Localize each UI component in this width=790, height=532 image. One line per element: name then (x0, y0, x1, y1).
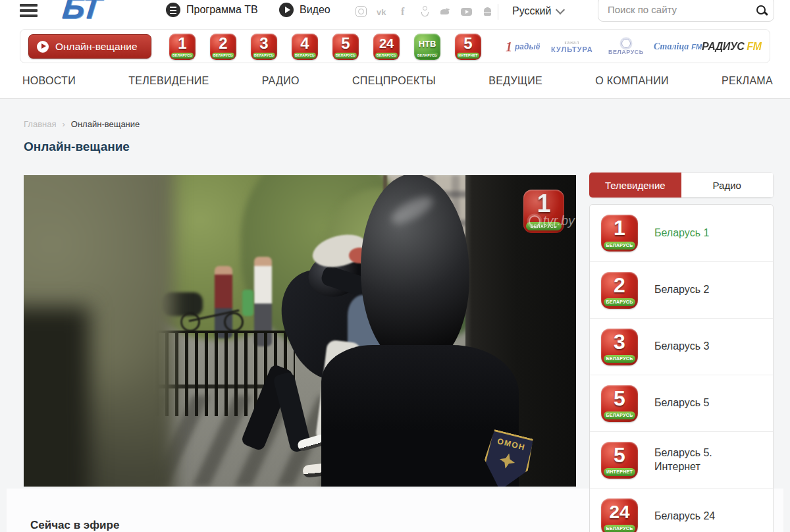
site-search (598, 0, 774, 22)
nav-item-radio[interactable]: РАДИО (262, 75, 300, 87)
hamburger-menu-icon[interactable] (20, 4, 38, 20)
online-broadcast-button[interactable]: Онлайн-вещание (28, 34, 151, 59)
channel-item-belarus5[interactable]: 5 БЕЛАРУСЬ Беларусь 5 (590, 375, 773, 431)
channel-logo-belarus5-internet[interactable]: 5 ИНТЕРНЕТ (455, 34, 481, 60)
channel-logo-belarus4[interactable]: 4 БЕЛАРУСЬ (292, 34, 318, 60)
main-nav: НОВОСТИ ТЕЛЕВИДЕНИЕ РАДИО СПЕЦПРОЕКТЫ ВЕ… (0, 63, 790, 99)
channel-item-belarus1[interactable]: 1 БЕЛАРУСЬ Беларусь 1 (590, 205, 773, 261)
nav-item-hosts[interactable]: ВЕДУЩИЕ (488, 75, 542, 87)
logo-banner: БЕЛАРУСЬ (294, 53, 316, 59)
logo-banner: БЕЛАРУСЬ (334, 53, 357, 59)
radio-logo-text: БЕЛАРУСЬ (608, 49, 644, 55)
watermark-rings-icon (529, 215, 540, 227)
channel-logo-ntv[interactable]: НТВ БЕЛАРУСЬ (414, 34, 440, 60)
twitter-icon[interactable] (440, 6, 451, 17)
omon-patch-label: ОМОН (496, 437, 526, 452)
logo-number: 2 (601, 273, 638, 298)
video-label: Видео (300, 4, 330, 16)
radio-logo-text: КУЛЬТУРА (551, 45, 593, 53)
logo-banner: БЕЛАРУСЬ (604, 298, 635, 306)
radio-logo-stalica-fm[interactable]: Сталіца FM (654, 36, 702, 58)
now-on-air-heading: Сейчас в эфире (30, 519, 119, 532)
page-content: Главная › Онлайн-вещание Онлайн-вещание (0, 99, 790, 532)
logo-banner: ИНТЕРНЕТ (604, 468, 635, 476)
video-frame: ОМОН 1 БЕЛАРУСЬ tvr.by (24, 175, 576, 487)
channel-label: Беларусь 5. Интернет (654, 446, 756, 474)
program-tv-label: Программа ТВ (186, 4, 258, 16)
program-tv-link[interactable]: Программа ТВ (166, 3, 258, 17)
logo-number: 3 (251, 34, 277, 53)
logo-number: 2 (210, 34, 236, 53)
breadcrumb-current: Онлайн-вещание (71, 119, 140, 129)
logo-number: 5 (601, 443, 638, 467)
site-logo[interactable]: БТ (61, 0, 101, 26)
search-input[interactable] (606, 3, 756, 16)
video-player[interactable]: ОМОН 1 БЕЛАРУСЬ tvr.by (24, 175, 576, 487)
radio-logo-text: 1 (506, 40, 512, 55)
blurred-foreground-dark (24, 307, 90, 487)
android-icon[interactable] (482, 6, 493, 17)
logo-banner: БЕЛАРУСЬ (604, 355, 635, 363)
channel-label: Беларусь 24 (654, 510, 756, 523)
channel-item-belarus24[interactable]: 24 БЕЛАРУСЬ Беларусь 24 (590, 488, 773, 532)
odnoklassniki-icon[interactable] (419, 6, 430, 17)
channel-logo-belarus3[interactable]: 3 БЕЛАРУСЬ (251, 34, 277, 60)
logo-banner: ИНТЕРНЕТ (457, 53, 479, 59)
radio-logo-text: FM (747, 41, 761, 53)
channel-item-belarus3[interactable]: 3 БЕЛАРУСЬ Беларусь 3 (590, 318, 773, 375)
channel-logo: 24 БЕЛАРУСЬ (601, 498, 638, 532)
nav-item-television[interactable]: ТЕЛЕВИДЕНИЕ (128, 75, 209, 87)
video-link[interactable]: Видео (279, 3, 330, 17)
breadcrumb: Главная › Онлайн-вещание (24, 119, 140, 129)
nav-item-special-projects[interactable]: СПЕЦПРОЕКТЫ (352, 75, 436, 87)
vk-icon[interactable] (377, 6, 388, 17)
logo-banner: БЕЛАРУСЬ (375, 53, 398, 59)
breadcrumb-separator: › (62, 119, 65, 129)
language-selector[interactable]: Русский (512, 5, 564, 17)
channel-item-belarus2[interactable]: 2 БЕЛАРУСЬ Беларусь 2 (590, 261, 773, 318)
channel-label: Беларусь 5 (654, 396, 756, 410)
language-label: Русский (512, 5, 551, 17)
nav-item-advertising[interactable]: РЕКЛАМА (722, 75, 773, 87)
radio-logo-kultura[interactable]: канал КУЛЬТУРА (551, 36, 593, 58)
logo-number: НТВ (414, 39, 440, 49)
tv-schedule-icon (166, 3, 180, 17)
page-title: Онлайн-вещание (24, 140, 130, 154)
channel-logo: 1 БЕЛАРУСЬ (601, 215, 638, 252)
channel-logo-belarus1[interactable]: 1 БЕЛАРУСЬ (169, 34, 196, 60)
header-divider (498, 4, 498, 20)
logo-banner: БЕЛАРУСЬ (253, 53, 275, 59)
nav-item-news[interactable]: НОВОСТИ (22, 75, 76, 87)
youtube-icon[interactable] (461, 6, 472, 17)
channel-logo-belarus5[interactable]: 5 БЕЛАРУСЬ (332, 34, 359, 60)
logo-number: 5 (455, 34, 481, 53)
chevron-down-icon (556, 5, 565, 14)
channel-logo-belarus2[interactable]: 2 БЕЛАРУСЬ (210, 34, 236, 60)
omon-emblem-icon (498, 452, 517, 471)
logo-banner: БЕЛАРУСЬ (416, 53, 438, 59)
watermark-site-text: tvr.by (543, 213, 575, 228)
nav-item-about[interactable]: О КОМПАНИИ (595, 75, 669, 87)
logo-banner: БЕЛАРУСЬ (604, 242, 635, 250)
radio-logo-radio-belarus[interactable]: БЕЛАРУСЬ (608, 36, 644, 58)
logo-number: 24 (373, 36, 400, 51)
instagram-icon[interactable] (356, 6, 367, 17)
play-circle-icon (279, 3, 294, 17)
tab-television[interactable]: Телевидение (589, 173, 681, 198)
site-watermark: tvr.by (529, 213, 575, 228)
logo-number: 3 (601, 330, 638, 354)
channel-logo-belarus24[interactable]: 24 БЕЛАРУСЬ (373, 34, 400, 60)
tab-radio[interactable]: Радио (681, 173, 774, 198)
channels-strip: Онлайн-вещание 1 БЕЛАРУСЬ 2 БЕЛАРУСЬ 3 Б… (20, 29, 770, 63)
sidebar-tabs: Телевидение Радио (589, 173, 774, 198)
social-links (356, 6, 493, 17)
facebook-icon[interactable] (398, 6, 409, 17)
radio-logo-first-channel[interactable]: 1 радыё (506, 36, 540, 58)
search-icon[interactable] (756, 5, 766, 14)
radio-logo-radius-fm[interactable]: РАДИУС FM (702, 36, 761, 58)
channel-item-belarus5-internet[interactable]: 5 ИНТЕРНЕТ Беларусь 5. Интернет (590, 431, 773, 488)
breadcrumb-home[interactable]: Главная (24, 119, 56, 129)
logo-banner: БЕЛАРУСЬ (604, 412, 635, 419)
logo-number: 5 (601, 386, 638, 411)
play-icon (37, 41, 49, 53)
